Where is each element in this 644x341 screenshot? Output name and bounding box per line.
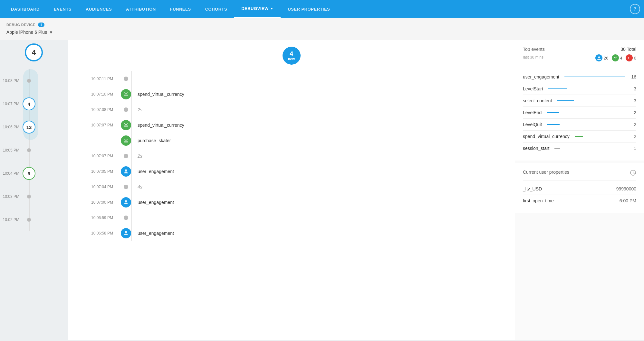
- user-prop-row[interactable]: _ltv_USD 99990000: [523, 183, 636, 195]
- nav-events[interactable]: EVENTS: [47, 0, 79, 18]
- svg-rect-2: [124, 141, 128, 143]
- help-button[interactable]: ?: [630, 4, 640, 14]
- timeline-circle-9[interactable]: 9: [23, 167, 35, 180]
- event-icon-green: [121, 135, 131, 146]
- event-time: 10:07:07 PM: [81, 123, 120, 127]
- nav-user-properties[interactable]: USER PROPERTIES: [281, 0, 337, 18]
- svg-rect-1: [124, 125, 128, 127]
- timeline-dot: [27, 79, 31, 83]
- event-gap-label: 4s: [138, 184, 502, 189]
- event-row[interactable]: purchase_skater: [68, 133, 515, 148]
- timeline-row-1004[interactable]: 10:04 PM 9: [0, 162, 68, 185]
- event-icon-gray: [124, 185, 128, 189]
- event-list-item[interactable]: LevelEnd 2: [523, 107, 636, 118]
- event-row[interactable]: 10:07:10 PM spend_virtual_currency: [68, 87, 515, 102]
- svg-rect-0: [124, 95, 128, 96]
- event-row[interactable]: 10:07:05 PM user_engagement: [68, 164, 515, 179]
- nav-debugview[interactable]: DEBUGVIEW ▼: [234, 0, 281, 18]
- event-row: 10:07:11 PM: [68, 71, 515, 87]
- timeline-time: 10:04 PM: [0, 171, 23, 176]
- event-time: 10:06:58 PM: [81, 231, 120, 235]
- event-icon-area: [120, 185, 132, 189]
- event-list-item[interactable]: session_start 1: [523, 143, 636, 154]
- timeline-time: 10:03 PM: [0, 194, 23, 199]
- nav-audiences[interactable]: AUDIENCES: [79, 0, 119, 18]
- event-count-icons: 26 4 ! 0: [595, 54, 636, 61]
- event-list-bar: [548, 88, 567, 89]
- count-chip-green: 4: [612, 54, 622, 61]
- timeline-circle-13[interactable]: 13: [23, 121, 35, 134]
- timeline-entries: 10:08 PM 10:07 PM 4 10:06 PM 13: [0, 69, 68, 231]
- user-prop-key: _ltv_USD: [523, 186, 542, 191]
- user-prop-val: 99990000: [616, 186, 636, 191]
- event-name: spend_virtual_currency: [138, 92, 502, 97]
- new-badge-count: 4: [290, 51, 293, 57]
- top-events-subtitle: last 30 mins: [523, 55, 543, 60]
- top-events-section: Top events 30 Total last 30 mins 26: [515, 40, 644, 161]
- event-list-item[interactable]: LevelQuit 2: [523, 119, 636, 130]
- timeline-dot: [27, 148, 31, 152]
- count-chip-blue: 26: [595, 54, 608, 61]
- event-list-item[interactable]: LevelStart 3: [523, 83, 636, 95]
- timeline-dot-area: [23, 195, 35, 198]
- nav-attribution[interactable]: ATTRIBUTION: [119, 0, 163, 18]
- event-icon-area: [120, 120, 132, 130]
- event-name: spend_virtual_currency: [138, 123, 502, 128]
- event-list-name: session_start: [523, 146, 549, 151]
- svg-point-3: [125, 170, 127, 172]
- event-list-count: 2: [630, 110, 636, 115]
- event-list-bar: [557, 100, 574, 101]
- event-gap-label: 2s: [138, 153, 502, 159]
- device-name: Apple iPhone 6 Plus: [6, 30, 47, 35]
- nav-dashboard[interactable]: DASHBOARD: [4, 0, 47, 18]
- event-icon-gray: [124, 107, 128, 112]
- main-content: 4 10:08 PM 10:07 PM 4 10: [0, 40, 644, 340]
- nav-funnels[interactable]: FUNNELS: [163, 0, 198, 18]
- chip-icon-blue: [595, 54, 602, 61]
- event-list-item[interactable]: spend_virtual_currency 2: [523, 131, 636, 142]
- user-prop-row[interactable]: first_open_time 6:00 PM: [523, 195, 636, 207]
- event-list-name: user_engagement: [523, 74, 559, 79]
- event-time: 10:07:04 PM: [81, 185, 120, 189]
- top-navigation: DASHBOARD EVENTS AUDIENCES ATTRIBUTION F…: [0, 0, 644, 18]
- debug-badge: 1: [38, 23, 45, 27]
- event-icon-gray: [124, 216, 128, 220]
- event-icon-blue: [121, 228, 131, 238]
- event-icon-area: [120, 197, 132, 207]
- timeline-dot-area: [23, 148, 35, 152]
- event-gap-label: 2s: [138, 107, 502, 112]
- event-time: 10:07:05 PM: [81, 169, 120, 174]
- event-list-count: 1: [630, 146, 636, 151]
- timeline-circle-4[interactable]: 4: [23, 97, 35, 110]
- nav-cohorts[interactable]: COHORTS: [198, 0, 235, 18]
- event-list-name: spend_virtual_currency: [523, 134, 570, 139]
- event-list-bar-container: [548, 88, 625, 89]
- event-row[interactable]: 10:07:00 PM user_engagement: [68, 195, 515, 210]
- event-icon-area: [120, 154, 132, 158]
- event-time: 10:07:00 PM: [81, 200, 120, 205]
- event-list-bar: [554, 148, 560, 149]
- timeline-time: 10:02 PM: [0, 217, 23, 222]
- event-list-item[interactable]: user_engagement 16: [523, 71, 636, 83]
- event-list-bar-container: [564, 77, 625, 77]
- history-icon[interactable]: [630, 170, 636, 178]
- event-icon-area: [120, 89, 132, 99]
- event-row: 10:06:59 PM: [68, 210, 515, 226]
- timeline-dot-area: [23, 218, 35, 222]
- user-properties-header: Current user properties: [523, 170, 636, 178]
- device-selector[interactable]: Apple iPhone 6 Plus ▼: [6, 30, 638, 35]
- event-time: 10:07:08 PM: [81, 107, 120, 112]
- debugview-dropdown-arrow: ▼: [270, 7, 274, 10]
- new-badge: 4 new: [283, 47, 301, 65]
- event-row[interactable]: 10:06:58 PM user_engagement: [68, 226, 515, 241]
- event-name: user_engagement: [138, 200, 502, 205]
- chip-icon-green: [612, 54, 619, 61]
- timeline-sidebar: 4 10:08 PM 10:07 PM 4 10: [0, 40, 68, 340]
- event-list-item[interactable]: select_content 3: [523, 95, 636, 106]
- subheader: DEBUG DEVICE 1 Apple iPhone 6 Plus ▼: [0, 18, 644, 40]
- event-list-name: select_content: [523, 98, 552, 103]
- event-icon-area: [120, 107, 132, 112]
- event-icon-blue: [121, 197, 131, 207]
- event-row[interactable]: 10:07:07 PM spend_virtual_currency: [68, 117, 515, 133]
- event-icon-area: [120, 135, 132, 146]
